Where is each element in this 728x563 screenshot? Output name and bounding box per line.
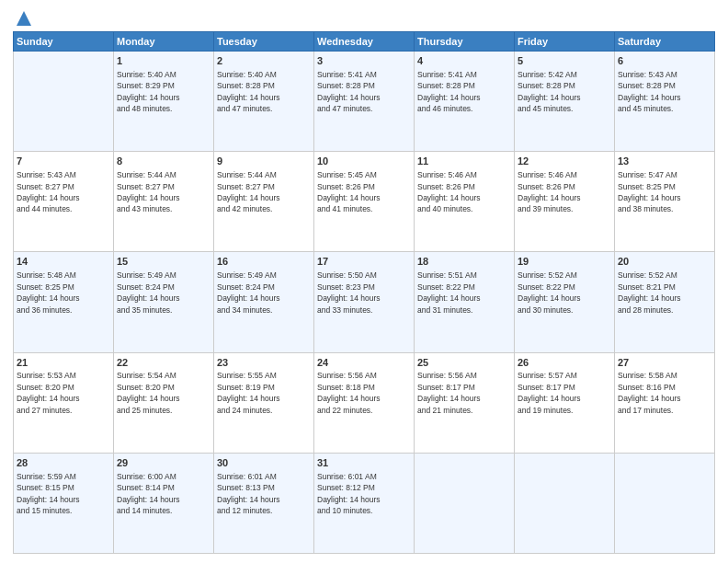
day-cell: 18Sunrise: 5:51 AMSunset: 8:22 PMDayligh…: [415, 252, 515, 352]
day-info: Sunrise: 5:51 AMSunset: 8:22 PMDaylight:…: [417, 270, 481, 314]
day-info: Sunrise: 5:47 AMSunset: 8:25 PMDaylight:…: [618, 170, 681, 213]
day-info: Sunrise: 5:55 AMSunset: 8:19 PMDaylight:…: [217, 371, 280, 414]
calendar-table: SundayMondayTuesdayWednesdayThursdayFrid…: [13, 31, 715, 554]
day-number: 6: [618, 54, 711, 68]
day-cell: 17Sunrise: 5:50 AMSunset: 8:23 PMDayligh…: [314, 252, 415, 352]
day-cell: 8Sunrise: 5:44 AMSunset: 8:27 PMDaylight…: [114, 152, 214, 252]
header-row: SundayMondayTuesdayWednesdayThursdayFrid…: [14, 32, 715, 52]
day-cell: [415, 453, 515, 553]
day-cell: 15Sunrise: 5:49 AMSunset: 8:24 PMDayligh…: [114, 252, 214, 352]
day-number: 3: [317, 54, 411, 68]
day-info: Sunrise: 5:56 AMSunset: 8:18 PMDaylight:…: [317, 371, 381, 414]
col-header-thursday: Thursday: [415, 32, 515, 52]
day-info: Sunrise: 5:48 AMSunset: 8:25 PMDaylight:…: [17, 270, 80, 314]
day-cell: [515, 453, 615, 553]
day-cell: 25Sunrise: 5:56 AMSunset: 8:17 PMDayligh…: [415, 352, 515, 453]
day-number: 31: [317, 456, 411, 470]
day-info: Sunrise: 5:44 AMSunset: 8:27 PMDaylight:…: [117, 170, 180, 213]
col-header-saturday: Saturday: [615, 32, 715, 52]
day-cell: 1Sunrise: 5:40 AMSunset: 8:29 PMDaylight…: [114, 52, 214, 152]
day-number: 21: [17, 356, 110, 370]
day-number: 30: [217, 456, 311, 470]
logo: [13, 9, 33, 24]
day-cell: 20Sunrise: 5:52 AMSunset: 8:21 PMDayligh…: [615, 252, 715, 352]
week-row-4: 21Sunrise: 5:53 AMSunset: 8:20 PMDayligh…: [14, 352, 715, 453]
day-cell: 9Sunrise: 5:44 AMSunset: 8:27 PMDaylight…: [214, 152, 314, 252]
day-cell: 11Sunrise: 5:46 AMSunset: 8:26 PMDayligh…: [415, 152, 515, 252]
day-cell: 6Sunrise: 5:43 AMSunset: 8:28 PMDaylight…: [615, 52, 715, 152]
logo-icon: [15, 9, 33, 28]
day-info: Sunrise: 5:43 AMSunset: 8:27 PMDaylight:…: [17, 170, 80, 213]
week-row-3: 14Sunrise: 5:48 AMSunset: 8:25 PMDayligh…: [14, 252, 715, 352]
day-info: Sunrise: 5:43 AMSunset: 8:28 PMDaylight:…: [618, 70, 681, 113]
day-number: 16: [217, 255, 311, 269]
day-cell: 24Sunrise: 5:56 AMSunset: 8:18 PMDayligh…: [314, 352, 415, 453]
day-number: 23: [217, 356, 311, 370]
day-info: Sunrise: 5:46 AMSunset: 8:26 PMDaylight:…: [417, 170, 481, 213]
day-info: Sunrise: 5:57 AMSunset: 8:17 PMDaylight:…: [518, 371, 581, 414]
day-cell: 4Sunrise: 5:41 AMSunset: 8:28 PMDaylight…: [415, 52, 515, 152]
col-header-wednesday: Wednesday: [314, 32, 415, 52]
header: [13, 9, 715, 24]
day-cell: 13Sunrise: 5:47 AMSunset: 8:25 PMDayligh…: [615, 152, 715, 252]
day-number: 19: [518, 255, 611, 269]
day-number: 8: [117, 155, 210, 168]
day-cell: 5Sunrise: 5:42 AMSunset: 8:28 PMDaylight…: [515, 52, 615, 152]
week-row-1: 1Sunrise: 5:40 AMSunset: 8:29 PMDaylight…: [14, 52, 715, 152]
day-info: Sunrise: 5:52 AMSunset: 8:21 PMDaylight:…: [618, 270, 681, 314]
day-cell: 31Sunrise: 6:01 AMSunset: 8:12 PMDayligh…: [314, 453, 415, 553]
day-cell: 2Sunrise: 5:40 AMSunset: 8:28 PMDaylight…: [214, 52, 314, 152]
day-number: 25: [417, 356, 511, 370]
day-number: 1: [117, 54, 210, 68]
day-cell: 19Sunrise: 5:52 AMSunset: 8:22 PMDayligh…: [515, 252, 615, 352]
day-info: Sunrise: 5:54 AMSunset: 8:20 PMDaylight:…: [117, 371, 180, 414]
day-cell: 29Sunrise: 6:00 AMSunset: 8:14 PMDayligh…: [114, 453, 214, 553]
day-cell: 28Sunrise: 5:59 AMSunset: 8:15 PMDayligh…: [14, 453, 114, 553]
day-number: 7: [17, 155, 110, 168]
day-info: Sunrise: 5:53 AMSunset: 8:20 PMDaylight:…: [17, 371, 80, 414]
col-header-sunday: Sunday: [14, 32, 114, 52]
day-number: 5: [518, 54, 611, 68]
day-info: Sunrise: 5:42 AMSunset: 8:28 PMDaylight:…: [518, 70, 581, 113]
day-info: Sunrise: 5:41 AMSunset: 8:28 PMDaylight:…: [417, 70, 481, 113]
day-number: 14: [17, 255, 110, 269]
day-number: 20: [618, 255, 711, 269]
day-cell: 3Sunrise: 5:41 AMSunset: 8:28 PMDaylight…: [314, 52, 415, 152]
week-row-2: 7Sunrise: 5:43 AMSunset: 8:27 PMDaylight…: [14, 152, 715, 252]
svg-marker-0: [17, 11, 31, 26]
day-number: 22: [117, 356, 210, 370]
day-info: Sunrise: 5:56 AMSunset: 8:17 PMDaylight:…: [417, 371, 481, 414]
day-number: 13: [618, 155, 711, 168]
col-header-tuesday: Tuesday: [214, 32, 314, 52]
day-number: 12: [518, 155, 611, 168]
day-number: 2: [217, 54, 311, 68]
day-cell: 26Sunrise: 5:57 AMSunset: 8:17 PMDayligh…: [515, 352, 615, 453]
day-number: 4: [417, 54, 511, 68]
day-number: 26: [518, 356, 611, 370]
day-info: Sunrise: 5:49 AMSunset: 8:24 PMDaylight:…: [117, 270, 180, 314]
day-number: 11: [417, 155, 511, 168]
day-cell: 21Sunrise: 5:53 AMSunset: 8:20 PMDayligh…: [14, 352, 114, 453]
day-number: 28: [17, 456, 110, 470]
day-cell: 23Sunrise: 5:55 AMSunset: 8:19 PMDayligh…: [214, 352, 314, 453]
day-info: Sunrise: 6:01 AMSunset: 8:12 PMDaylight:…: [317, 472, 381, 515]
day-cell: 14Sunrise: 5:48 AMSunset: 8:25 PMDayligh…: [14, 252, 114, 352]
day-cell: 16Sunrise: 5:49 AMSunset: 8:24 PMDayligh…: [214, 252, 314, 352]
day-cell: 12Sunrise: 5:46 AMSunset: 8:26 PMDayligh…: [515, 152, 615, 252]
day-info: Sunrise: 6:00 AMSunset: 8:14 PMDaylight:…: [117, 472, 180, 515]
day-cell: 7Sunrise: 5:43 AMSunset: 8:27 PMDaylight…: [14, 152, 114, 252]
day-cell: 22Sunrise: 5:54 AMSunset: 8:20 PMDayligh…: [114, 352, 214, 453]
page: SundayMondayTuesdayWednesdayThursdayFrid…: [0, 0, 728, 563]
day-info: Sunrise: 5:46 AMSunset: 8:26 PMDaylight:…: [518, 170, 581, 213]
day-info: Sunrise: 5:40 AMSunset: 8:29 PMDaylight:…: [117, 70, 180, 113]
day-info: Sunrise: 5:40 AMSunset: 8:28 PMDaylight:…: [217, 70, 280, 113]
day-number: 27: [618, 356, 711, 370]
day-info: Sunrise: 5:44 AMSunset: 8:27 PMDaylight:…: [217, 170, 280, 213]
day-number: 15: [117, 255, 210, 269]
day-number: 24: [317, 356, 411, 370]
day-info: Sunrise: 5:58 AMSunset: 8:16 PMDaylight:…: [618, 371, 681, 414]
day-info: Sunrise: 5:41 AMSunset: 8:28 PMDaylight:…: [317, 70, 381, 113]
day-number: 18: [417, 255, 511, 269]
day-cell: 30Sunrise: 6:01 AMSunset: 8:13 PMDayligh…: [214, 453, 314, 553]
day-cell: 27Sunrise: 5:58 AMSunset: 8:16 PMDayligh…: [615, 352, 715, 453]
